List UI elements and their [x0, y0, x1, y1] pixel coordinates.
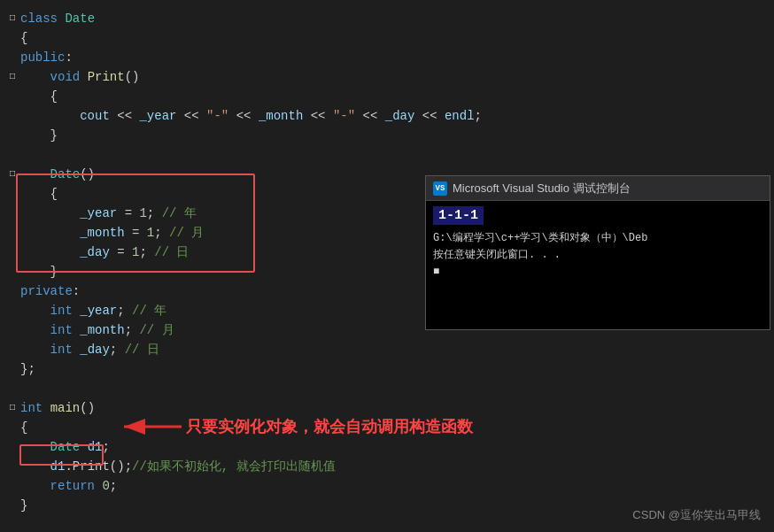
collapse-indicator-9[interactable]: □	[4, 165, 20, 184]
code-line-18: int _day; // 日	[0, 340, 774, 359]
code-line-8	[0, 145, 774, 165]
line-num-3	[4, 48, 20, 67]
line-num-2	[4, 28, 20, 48]
watermark: CSDN @逗你笑出马甲线	[632, 507, 761, 523]
console-title-bar: VS Microsoft Visual Studio 调试控制台	[426, 176, 770, 201]
line-num-7	[4, 126, 20, 145]
line-num-5	[4, 87, 20, 106]
console-body: 1-1-1 G:\编程学习\c++学习\类和对象（中）\Deb 按任意键关闭此窗…	[426, 201, 770, 287]
line-num-25	[4, 476, 20, 496]
code-line-3: public:	[0, 48, 774, 67]
line-num-17	[4, 320, 20, 340]
line-num-23	[4, 437, 20, 457]
line-num-13	[4, 243, 20, 262]
vs-icon: VS	[433, 181, 447, 196]
line-num-24	[4, 457, 20, 476]
code-line-2: {	[0, 28, 774, 48]
line-num-22	[4, 418, 20, 437]
code-line-21: □ int main()	[0, 398, 774, 418]
collapse-indicator-21[interactable]: □	[4, 398, 20, 418]
code-line-25: return 0;	[0, 476, 774, 496]
line-num-26	[4, 496, 20, 515]
code-line-1: □ class Date	[0, 9, 774, 28]
line-num-18	[4, 340, 20, 359]
code-line-6: cout << _year << "-" << _month << "-" <<…	[0, 106, 774, 126]
line-num-11	[4, 204, 20, 223]
collapse-indicator-4[interactable]: □	[4, 67, 20, 87]
line-num-8	[4, 145, 20, 165]
code-line-7: }	[0, 126, 774, 145]
console-close-prompt: 按任意键关闭此窗口. . .	[433, 247, 762, 264]
code-line-19: };	[0, 359, 774, 379]
code-line-24: d1.Print();//如果不初始化, 就会打印出随机值	[0, 457, 774, 476]
code-line-23: Date d1;	[0, 437, 774, 457]
line-num-19	[4, 359, 20, 379]
line-num-14	[4, 262, 20, 281]
code-line-22: {	[0, 418, 774, 437]
line-num-15	[4, 281, 20, 301]
code-line-20	[0, 379, 774, 398]
collapse-indicator-1[interactable]: □	[4, 9, 20, 28]
code-line-4: □ void Print()	[0, 67, 774, 87]
line-num-12	[4, 223, 20, 243]
console-cursor: ■	[433, 264, 762, 281]
code-line-5: {	[0, 87, 774, 106]
line-num-6	[4, 106, 20, 126]
console-path: G:\编程学习\c++学习\类和对象（中）\Deb	[433, 230, 762, 247]
line-num-10	[4, 184, 20, 204]
console-output-highlight: 1-1-1	[433, 206, 762, 230]
line-num-16	[4, 301, 20, 320]
console-window[interactable]: VS Microsoft Visual Studio 调试控制台 1-1-1 G…	[425, 175, 770, 330]
console-title: Microsoft Visual Studio 调试控制台	[453, 181, 631, 197]
line-num-20	[4, 379, 20, 398]
